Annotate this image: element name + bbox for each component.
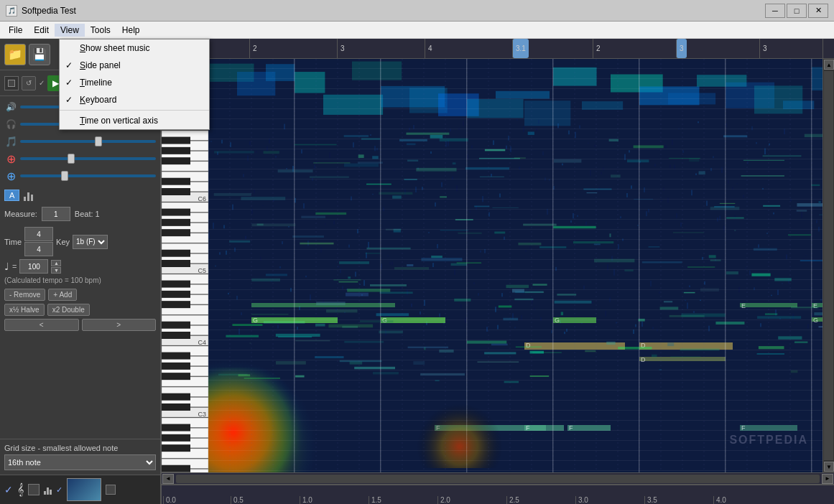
menu-help[interactable]: Help <box>116 24 146 37</box>
loop-button[interactable]: ↺ <box>22 76 36 90</box>
timeline-tick-1: 0.5 <box>231 496 244 504</box>
menu-bar: File Edit View Tools Help <box>0 22 834 39</box>
double-button[interactable]: x2 Double <box>47 304 90 316</box>
key-label: Key <box>56 238 70 246</box>
scroll-up[interactable]: ▲ <box>824 60 834 70</box>
grid-size-label: Grid size - smallest allowed note <box>4 444 156 452</box>
ruler-tick-2: 3 <box>337 39 345 58</box>
folder-button[interactable]: 📁 <box>4 44 26 65</box>
check-icon[interactable]: ✓ <box>4 484 13 495</box>
tempo-input[interactable] <box>19 259 48 274</box>
time-sig-box <box>24 227 53 256</box>
grid-size-select[interactable]: 16th note <box>4 454 156 470</box>
remove-add-row: - Remove + Add <box>0 287 160 302</box>
close-button[interactable]: ✕ <box>808 4 828 18</box>
menu-time-vertical[interactable]: Time on vertical axis <box>60 112 209 129</box>
note-grid[interactable]: SOFTPEDIA <box>208 59 823 472</box>
headphone-slider-icon: 🎧 <box>4 118 17 131</box>
ruler-tick-3: 4 <box>425 39 432 58</box>
title-bar: 🎵 Softpedia Test ─ □ ✕ <box>0 0 834 22</box>
menu-edit[interactable]: Edit <box>28 24 55 37</box>
add-button[interactable]: + Add <box>48 289 77 301</box>
tempo-spin-up[interactable]: ▲ <box>51 260 61 266</box>
app-icon: 🎵 <box>6 5 17 17</box>
menu-separator <box>60 110 209 111</box>
pitch-slider[interactable] <box>20 140 156 143</box>
ruler-tick-1: 2 <box>249 39 257 58</box>
scroll-right[interactable]: ► <box>822 474 833 484</box>
ruler-tick-7: 3 <box>759 39 767 58</box>
instrument-row: A <box>0 187 160 204</box>
check-timeline: ✓ <box>65 78 73 88</box>
timeline-tick-2: 1.0 <box>300 496 312 504</box>
pitch-icon: 🎵 <box>4 135 17 148</box>
check-keyboard: ✓ <box>65 95 73 105</box>
beat-label: Beat: 1 <box>75 210 100 218</box>
record-color-box[interactable] <box>4 76 19 90</box>
remove-button[interactable]: - Remove <box>4 289 45 301</box>
instrument-button[interactable]: A <box>4 190 19 201</box>
menu-view[interactable]: View <box>55 24 85 37</box>
color-box[interactable] <box>28 484 40 495</box>
effect2-icon: ⊕ <box>4 169 17 182</box>
bottom-icon-row: ✓ 𝄞 ✓ <box>0 475 160 504</box>
minimize-button[interactable]: ─ <box>765 4 785 18</box>
timeline-tick-5: 2.5 <box>506 496 519 504</box>
time-sig-top[interactable] <box>24 227 53 241</box>
effect2-slider[interactable] <box>20 174 156 177</box>
scroll-bar-bottom[interactable]: ◄ ► <box>162 472 834 484</box>
thumbnail-preview[interactable] <box>67 478 101 501</box>
bottom-timeline: 0.0 0.5 1.0 1.5 2.0 2.5 3.0 3.5 4.0 <box>162 484 834 504</box>
grid-lines-vertical <box>208 59 823 472</box>
pitch-slider-row: 🎵 <box>4 135 156 148</box>
piano-grid-container: SOFTPEDIA ▲ ▼ <box>162 59 834 472</box>
scroll-bar-right[interactable]: ▲ ▼ <box>823 59 834 472</box>
sheet-music-icon[interactable]: 𝄞 <box>17 483 24 496</box>
save-button[interactable]: 💾 <box>29 44 50 65</box>
time-key-controls: Time Key 1b (F) ♩ = ▲ ▼ (Calculate <box>0 224 160 287</box>
timeline-tick-6: 3.0 <box>575 496 588 504</box>
time-sig-bottom[interactable] <box>24 242 53 256</box>
key-select[interactable]: 1b (F) <box>73 235 108 249</box>
time-label: Time <box>4 238 22 246</box>
effect1-slider[interactable] <box>20 157 156 160</box>
eq-icon[interactable] <box>44 485 52 495</box>
app-title: Softpedia Test <box>22 6 828 16</box>
menu-side-panel[interactable]: ✓ Side panel <box>60 57 209 74</box>
effect2-slider-row: ⊕ <box>4 169 156 182</box>
timeline-tick-7: 3.5 <box>644 496 657 504</box>
scroll-left[interactable]: ◄ <box>162 474 174 484</box>
calculated-tempo: (Calculated tempo = 100 bpm) <box>4 276 156 284</box>
menu-timeline-label: Timeline <box>80 78 112 88</box>
ruler-tick-5: 2 <box>593 39 601 58</box>
timeline-tick-4: 2.0 <box>437 496 450 504</box>
maximize-button[interactable]: □ <box>787 4 807 18</box>
halve-double-row: x½ Halve x2 Double <box>0 302 160 317</box>
menu-side-panel-label: Side panel <box>80 60 121 70</box>
menu-tools[interactable]: Tools <box>85 24 116 37</box>
menu-keyboard-label: Keyboard <box>80 95 116 105</box>
menu-keyboard[interactable]: ✓ Keyboard <box>60 91 209 108</box>
check-show-sheet <box>65 43 68 53</box>
prev-next-row: < > <box>0 317 160 332</box>
next-button[interactable]: > <box>82 319 157 331</box>
scroll-thumb-v[interactable] <box>824 71 833 460</box>
volume-icon: 🔊 <box>4 101 17 113</box>
equals-sign: = <box>12 262 17 271</box>
menu-show-sheet-music[interactable]: Show sheet music <box>60 39 209 57</box>
scroll-thumb-h[interactable] <box>176 475 820 483</box>
small-square[interactable] <box>106 485 116 495</box>
tempo-spin-down[interactable]: ▼ <box>51 267 61 274</box>
eq-bars-icon[interactable] <box>24 190 33 201</box>
halve-button[interactable]: x½ Halve <box>4 304 45 316</box>
measure-row: Measure: Beat: 1 <box>4 207 156 221</box>
menu-time-vertical-label: Time on vertical axis <box>80 116 158 126</box>
ruler-corner <box>823 39 834 58</box>
measure-label: Measure: <box>4 210 37 218</box>
measure-input[interactable] <box>42 207 70 221</box>
prev-button[interactable]: < <box>4 319 79 331</box>
scroll-down[interactable]: ▼ <box>824 462 834 472</box>
menu-file[interactable]: File <box>3 24 28 37</box>
menu-timeline[interactable]: ✓ Timeline <box>60 74 209 91</box>
view-dropdown: Show sheet music ✓ Side panel ✓ Timeline… <box>59 39 210 130</box>
